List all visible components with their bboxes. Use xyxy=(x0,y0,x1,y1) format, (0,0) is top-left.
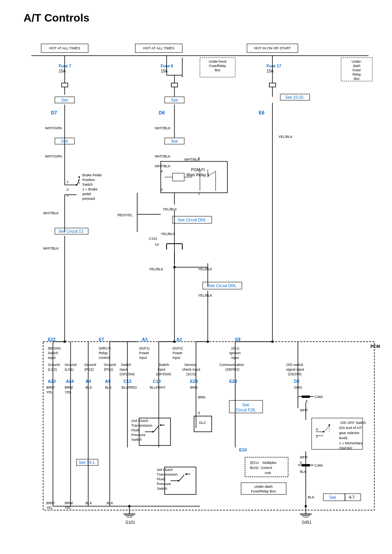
svg-rect-120 xyxy=(302,396,310,398)
see-14-1[interactable]: See 14-1. xyxy=(78,460,95,465)
svg-rect-22 xyxy=(171,83,178,87)
svg-text:pressed: pressed xyxy=(82,197,95,201)
wire-yelblk-2: YEL/BLK xyxy=(161,232,175,236)
svg-text:Main Relay 1: Main Relay 1 xyxy=(187,173,210,177)
svg-text:1: 1 xyxy=(316,435,318,438)
wire-wht-1: WHT xyxy=(300,408,308,412)
svg-text:Pressure: Pressure xyxy=(131,433,145,437)
g101-label: G101 xyxy=(125,520,135,525)
svg-text:0: 0 xyxy=(316,427,318,431)
fuse7-see[interactable]: See xyxy=(61,98,68,102)
svg-text:0: 0 xyxy=(67,188,69,192)
relay-whtblk-1: WHT/BLK xyxy=(155,164,171,168)
wire-yelblk-top: YEL/BLK xyxy=(278,135,293,139)
wire-blk-g451: BLK xyxy=(308,495,314,499)
svg-rect-28 xyxy=(269,83,276,87)
pin2: 2 xyxy=(198,156,200,160)
page-4-7: 4-7. xyxy=(349,495,356,500)
svg-text:Control: Control xyxy=(261,466,272,470)
svg-text:Position: Position xyxy=(82,178,95,182)
svg-text:dash: dash xyxy=(353,64,361,68)
fuse6-see[interactable]: See xyxy=(171,98,178,102)
switch-input-op2sw: Switch xyxy=(121,363,131,367)
mrly-label: (MRLY) xyxy=(99,346,111,350)
wire-yelblk-5: YEL/BLK xyxy=(198,293,212,297)
svg-text:1: 1 xyxy=(67,180,69,184)
svg-point-186 xyxy=(173,266,176,268)
svg-text:Fuse/: Fuse/ xyxy=(352,68,361,72)
service-check: Service xyxy=(184,363,196,367)
c10-label: C10 xyxy=(153,379,161,384)
svg-rect-41 xyxy=(172,173,184,181)
wire-yelblk-4: YEL/BLK xyxy=(198,267,212,271)
wire-whtblk-3: WHT/BLK xyxy=(43,211,59,215)
wire-wht-2: WHT xyxy=(300,455,308,459)
a2-label: A2 xyxy=(176,337,182,342)
d6-see2[interactable]: See xyxy=(171,139,178,143)
e29-label: E29 xyxy=(190,379,198,384)
d04-see-2[interactable]: See Circuit D04, xyxy=(208,284,237,288)
svg-point-152 xyxy=(152,431,154,433)
pin4: 4 xyxy=(161,169,163,173)
svg-text:Switch: Switch xyxy=(157,487,167,491)
svg-text:Transmission: Transmission xyxy=(157,473,178,476)
svg-text:Fluid: Fluid xyxy=(157,477,165,481)
svg-text:(LG2): (LG2) xyxy=(48,368,57,371)
fuse7-label: Fuse 7 xyxy=(59,64,71,68)
svg-text:Switch: Switch xyxy=(131,438,142,442)
wire-brnyel-2: BRN/ xyxy=(65,386,73,389)
pin14: 14 xyxy=(155,243,159,246)
page-title: A/T Controls xyxy=(24,12,89,24)
a3-label: A3 xyxy=(142,337,147,342)
underhood-box-label: Under-hood xyxy=(209,60,227,63)
wire-bluwht: BLU/WHT xyxy=(150,386,166,389)
hot-label-2: HOT AT ALL TIMES xyxy=(143,46,174,50)
svg-text:signal input: signal input xyxy=(286,368,304,371)
c460-bot-num: 5 xyxy=(300,461,302,465)
e7-label: E7 xyxy=(99,337,104,342)
wiring-diagram: HOT AT ALL TIMES HOT AT ALL TIMES HOT IN… xyxy=(20,35,380,542)
wire-brnyel-bot-1: BRN/ xyxy=(46,501,55,505)
d7-see[interactable]: See xyxy=(61,139,68,143)
d2-label: D2 xyxy=(294,379,299,384)
svg-text:(LG1): (LG1) xyxy=(65,368,74,371)
wire-blk-a4: BLK xyxy=(85,386,92,389)
svg-rect-138 xyxy=(302,464,310,466)
g451-label: G451 xyxy=(302,520,312,525)
underdash-bottom-label: Under-dash xyxy=(254,485,272,489)
svg-text:YEL: YEL xyxy=(46,506,53,510)
c460-bot-label: C460 xyxy=(314,463,323,467)
wire-whtblk-4: WHT/BLK xyxy=(43,246,59,250)
svg-text:input: input xyxy=(120,368,127,371)
switch-input-op3sw: Switch xyxy=(159,363,169,367)
c101-label: C101 xyxy=(149,237,158,241)
e6-label: E6 xyxy=(259,110,265,116)
svg-text:BUS): BUS) xyxy=(250,466,259,470)
wire-whtgrn-2: WHT/GRN xyxy=(45,154,62,158)
svg-text:YEL: YEL xyxy=(46,390,53,394)
svg-text:Relay: Relay xyxy=(352,72,361,76)
svg-text:control: control xyxy=(99,356,109,360)
svg-text:(SCS): (SCS) xyxy=(186,372,196,376)
d6-label: D6 xyxy=(159,110,165,116)
wire-brn-e29: BRN xyxy=(190,386,198,389)
svg-text:pedal: pedal xyxy=(82,192,91,196)
d04-see-1[interactable]: See Circuit D04, xyxy=(178,218,207,222)
circuit13-see[interactable]: See Circuit 13, xyxy=(58,229,84,234)
svg-text:level): level) xyxy=(339,436,348,440)
see-4-7[interactable]: See xyxy=(329,495,336,500)
svg-text:gear selector: gear selector xyxy=(339,431,359,435)
fuse6-label: Fuse 6 xyxy=(161,64,173,68)
svg-text:input: input xyxy=(172,356,180,360)
wire-brnyel-1: BRN/ xyxy=(46,386,55,389)
svg-text:(SEFMJ): (SEFMJ) xyxy=(225,368,240,371)
3rd-clutch-label: 3rd Clutch xyxy=(157,468,173,472)
svg-text:Transmission: Transmission xyxy=(131,424,152,427)
svg-text:(PG1): (PG1) xyxy=(104,368,113,371)
e22-label: E22 xyxy=(48,337,56,342)
od-switch-signal: O/D switch xyxy=(286,363,303,367)
svg-point-162 xyxy=(178,480,179,482)
f28-see[interactable]: See xyxy=(242,403,249,407)
wire-redyel: RED/YEL xyxy=(118,213,133,217)
fuse17-see[interactable]: See 10-10. xyxy=(285,95,305,100)
